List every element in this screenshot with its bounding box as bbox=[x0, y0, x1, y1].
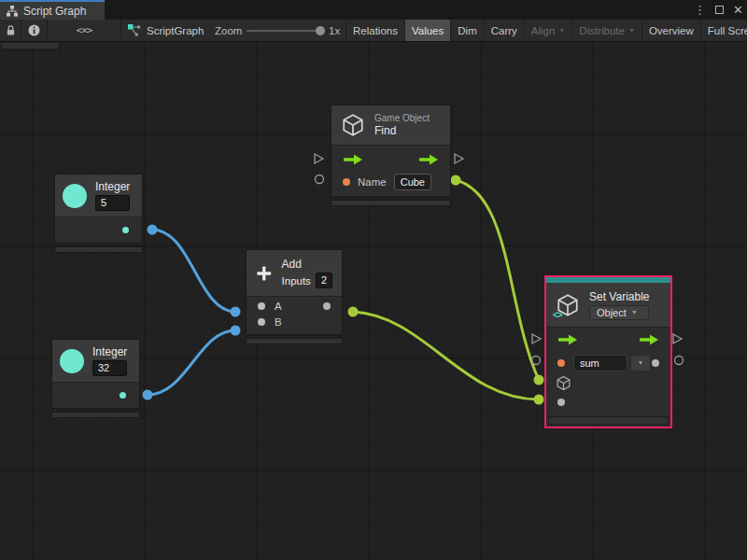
node-integer-32[interactable]: Integer 32 bbox=[51, 339, 140, 418]
wire-endpoint[interactable] bbox=[534, 375, 544, 385]
graph-hierarchy-icon bbox=[6, 5, 19, 18]
flow-out-port[interactable] bbox=[639, 334, 659, 345]
close-icon[interactable]: ✕ bbox=[733, 0, 743, 20]
variable-name-port[interactable] bbox=[557, 359, 565, 367]
script-graph-window: Script Graph ⋮ ✕ <×> bbox=[0, 0, 747, 560]
node-title: Integer bbox=[95, 180, 130, 193]
lock-icon bbox=[6, 24, 16, 36]
value-port-proxy[interactable] bbox=[675, 357, 684, 365]
value-output-port[interactable] bbox=[652, 359, 659, 367]
graph-canvas[interactable]: Integer 5 Integer 32 bbox=[0, 42, 747, 560]
output-port[interactable] bbox=[122, 227, 129, 233]
integer-value-field[interactable]: 5 bbox=[95, 195, 130, 211]
wire-endpoint[interactable] bbox=[148, 225, 158, 235]
graph-name-label: ScriptGraph bbox=[147, 25, 204, 36]
node-title: Add bbox=[282, 258, 332, 271]
node-add[interactable]: Add Inputs 2 A B bbox=[246, 249, 343, 344]
wire-endpoint[interactable] bbox=[534, 395, 544, 405]
flow-port-proxy[interactable] bbox=[455, 154, 463, 163]
zoom-slider[interactable] bbox=[247, 20, 323, 41]
output-port[interactable] bbox=[120, 392, 126, 399]
inputs-label: Inputs bbox=[282, 275, 311, 287]
values-button[interactable]: Values bbox=[405, 20, 451, 41]
info-icon bbox=[28, 24, 40, 36]
node-footer bbox=[51, 412, 140, 418]
integer-type-icon bbox=[60, 349, 84, 373]
node-footer bbox=[548, 416, 669, 425]
dropdown-arrow-icon: ▼ bbox=[638, 359, 644, 366]
node-footer bbox=[54, 246, 143, 253]
node-header[interactable]: <> Set Variable Object ▼ bbox=[546, 283, 670, 327]
node-title: Integer bbox=[92, 345, 127, 358]
flow-port-proxy[interactable] bbox=[532, 334, 541, 343]
title-bar: Script Graph ⋮ ✕ bbox=[0, 0, 747, 20]
value-port-proxy[interactable] bbox=[316, 175, 324, 184]
input-port-a[interactable] bbox=[258, 302, 265, 310]
node-set-variable[interactable]: <> Set Variable Object ▼ sum ▼ bbox=[544, 275, 672, 428]
wire-integer32-to-add-b[interactable] bbox=[148, 330, 235, 395]
name-value-field[interactable]: Cube bbox=[394, 174, 431, 190]
relations-button[interactable]: Relations bbox=[346, 20, 405, 41]
zoom-slider-track[interactable] bbox=[247, 30, 323, 32]
tab-script-graph[interactable]: Script Graph bbox=[0, 0, 105, 20]
fullscreen-button[interactable]: Full Screen bbox=[701, 20, 747, 41]
dropdown-arrow-icon: ▼ bbox=[628, 27, 635, 34]
gameobject-cube-icon bbox=[341, 113, 365, 137]
distribute-button[interactable]: Distribute▼ bbox=[572, 20, 642, 41]
output-port-sum[interactable] bbox=[323, 302, 331, 310]
plus-icon bbox=[256, 261, 273, 286]
breadcrumb-graph-name[interactable]: ScriptGraph bbox=[127, 20, 204, 41]
node-subtitle: Game Object bbox=[374, 113, 430, 123]
port-label-a: A bbox=[275, 301, 282, 312]
graph-inspector-toggle[interactable]: <×> bbox=[48, 20, 121, 41]
menu-icon[interactable]: ⋮ bbox=[694, 0, 706, 20]
zoom-label: Zoom bbox=[215, 20, 242, 41]
object-target-port[interactable] bbox=[556, 375, 571, 391]
value-input-port[interactable] bbox=[557, 399, 565, 406]
node-integer-5[interactable]: Integer 5 bbox=[54, 174, 143, 253]
lock-button[interactable] bbox=[0, 20, 21, 41]
zoom-slider-handle[interactable] bbox=[316, 26, 325, 35]
value-port-proxy[interactable] bbox=[532, 357, 541, 365]
node-gameobject-find[interactable]: Game Object Find Name Cube bbox=[331, 105, 451, 206]
tab-title: Script Graph bbox=[23, 5, 86, 18]
zoom-value: 1x bbox=[329, 20, 340, 41]
node-header[interactable]: Add Inputs 2 bbox=[247, 250, 342, 297]
integer-value-field[interactable]: 32 bbox=[92, 360, 127, 376]
wire-endpoint[interactable] bbox=[348, 307, 359, 317]
variable-name-field[interactable]: sum bbox=[573, 355, 627, 371]
wire-endpoint[interactable] bbox=[143, 390, 153, 400]
wire-endpoint[interactable] bbox=[231, 326, 241, 336]
inspect-button[interactable] bbox=[21, 20, 48, 41]
maximize-icon[interactable] bbox=[715, 6, 724, 14]
integer-type-icon bbox=[63, 184, 87, 208]
wire-add-to-setvariable[interactable] bbox=[353, 312, 539, 399]
flow-in-port[interactable] bbox=[343, 154, 363, 165]
node-footer bbox=[246, 338, 343, 344]
overview-button[interactable]: Overview bbox=[642, 20, 701, 41]
toolbar-buttons: Relations Values Dim Carry Align▼ Distri… bbox=[345, 20, 747, 41]
name-input-port[interactable] bbox=[343, 178, 350, 186]
align-button[interactable]: Align▼ bbox=[525, 20, 573, 41]
inputs-count-field[interactable]: 2 bbox=[316, 273, 332, 288]
wire-endpoint[interactable] bbox=[451, 175, 461, 186]
input-port-b[interactable] bbox=[258, 318, 265, 326]
wire-find-to-setvariable[interactable] bbox=[456, 180, 539, 380]
variable-picker-button[interactable]: ▼ bbox=[630, 355, 651, 371]
node-title: Find bbox=[374, 124, 430, 137]
node-header[interactable]: Game Object Find bbox=[331, 105, 450, 146]
node-header[interactable]: Integer 32 bbox=[52, 340, 139, 383]
carry-button[interactable]: Carry bbox=[485, 20, 525, 41]
flow-in-port[interactable] bbox=[557, 334, 578, 345]
wire-endpoint[interactable] bbox=[231, 307, 241, 317]
flow-out-port[interactable] bbox=[418, 154, 439, 165]
port-label-b: B bbox=[275, 316, 282, 328]
node-header[interactable]: Integer 5 bbox=[55, 175, 142, 217]
dropdown-arrow-icon: ▼ bbox=[631, 309, 638, 315]
dim-button[interactable]: Dim bbox=[451, 20, 484, 41]
dropdown-arrow-icon: ▼ bbox=[558, 27, 565, 34]
wire-integer5-to-add-a[interactable] bbox=[152, 230, 235, 312]
flow-port-proxy[interactable] bbox=[673, 334, 682, 343]
flow-port-proxy[interactable] bbox=[315, 154, 323, 163]
variable-scope-dropdown[interactable]: Object ▼ bbox=[589, 305, 649, 320]
